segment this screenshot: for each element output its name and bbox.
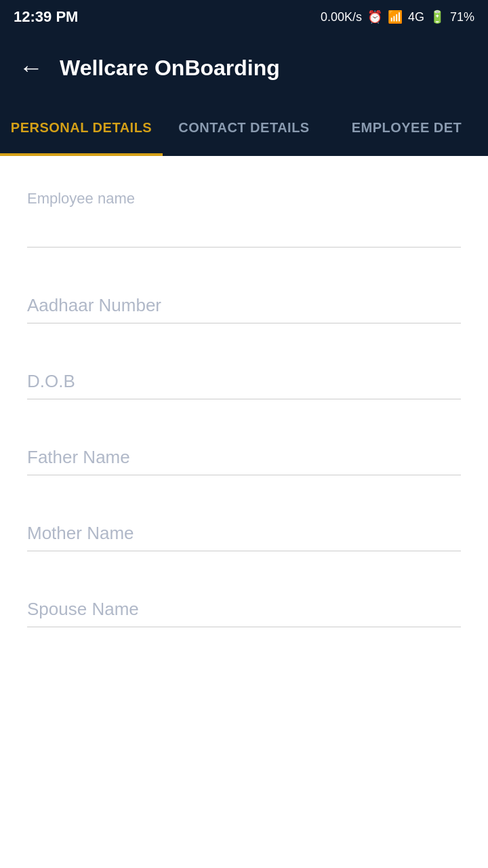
app-bar: ← Wellcare OnBoarding bbox=[0, 34, 488, 102]
mother-name-group bbox=[27, 475, 461, 551]
back-button[interactable]: ← bbox=[16, 53, 46, 83]
signal-icon: 📶 bbox=[388, 9, 403, 24]
status-time: 12:39 PM bbox=[14, 8, 78, 26]
employee-name-group: Employee name bbox=[27, 156, 461, 248]
alarm-icon: ⏰ bbox=[367, 9, 382, 24]
father-name-group bbox=[27, 399, 461, 475]
battery-percent: 71% bbox=[450, 10, 474, 24]
tab-personal-details[interactable]: PERSONAL DETAILS bbox=[0, 102, 163, 156]
tab-employee-details[interactable]: EMPLOYEE DET bbox=[325, 102, 488, 156]
status-right-icons: 0.00K/s ⏰ 📶 4G 🔋 71% bbox=[321, 9, 474, 24]
employee-name-input[interactable] bbox=[27, 214, 461, 248]
aadhaar-number-input[interactable] bbox=[27, 288, 461, 323]
tab-contact-details[interactable]: CONTACT DETAILS bbox=[163, 102, 325, 156]
battery-icon: 🔋 bbox=[430, 9, 445, 24]
spouse-name-group bbox=[27, 551, 461, 627]
status-bar: 12:39 PM 0.00K/s ⏰ 📶 4G 🔋 71% bbox=[0, 0, 488, 34]
aadhaar-number-group bbox=[27, 248, 461, 323]
dob-input[interactable] bbox=[27, 364, 461, 399]
mother-name-input[interactable] bbox=[27, 516, 461, 551]
tab-bar: PERSONAL DETAILS CONTACT DETAILS EMPLOYE… bbox=[0, 102, 488, 156]
dob-group bbox=[27, 323, 461, 399]
spouse-name-input[interactable] bbox=[27, 592, 461, 627]
app-bar-title: Wellcare OnBoarding bbox=[60, 56, 280, 81]
network-speed: 0.00K/s bbox=[321, 10, 362, 24]
employee-name-label: Employee name bbox=[27, 190, 461, 208]
form-area: Employee name bbox=[0, 156, 488, 627]
network-type: 4G bbox=[408, 10, 424, 24]
father-name-input[interactable] bbox=[27, 440, 461, 475]
